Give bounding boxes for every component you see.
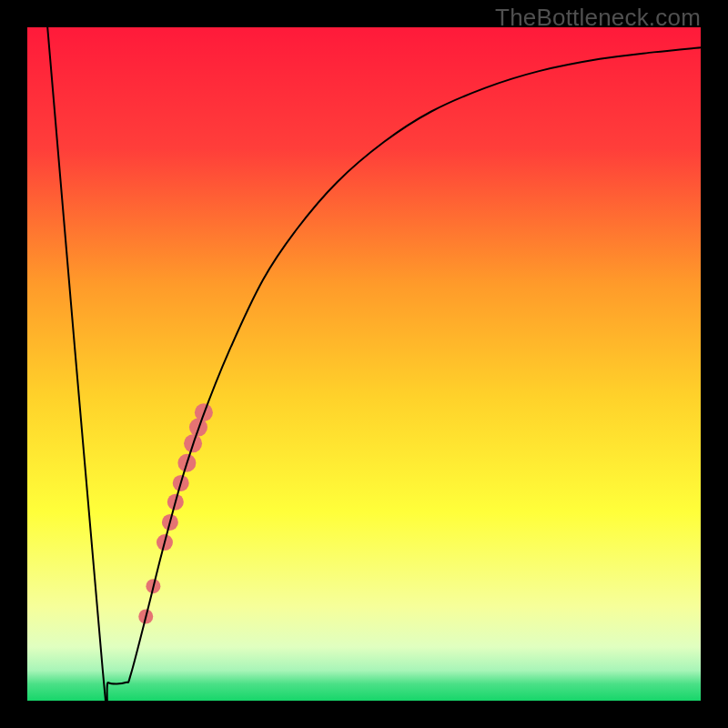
chart-svg xyxy=(27,27,701,701)
plot-area xyxy=(27,27,701,701)
watermark-text: TheBottleneck.com xyxy=(495,4,701,32)
gradient-background xyxy=(27,27,701,701)
chart-frame: TheBottleneck.com xyxy=(0,0,728,728)
